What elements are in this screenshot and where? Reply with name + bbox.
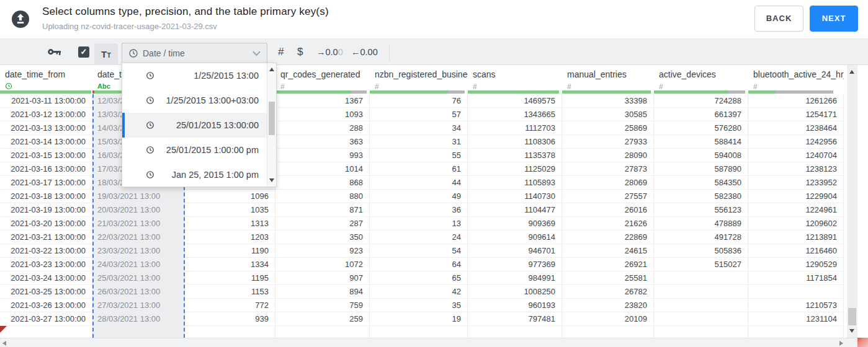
table-cell[interactable]: 939 [185,312,275,326]
table-cell[interactable]: 1229904 [748,190,844,203]
table-cell[interactable]: 1096 [185,190,275,203]
table-cell[interactable]: 1125029 [468,162,562,176]
table-cell[interactable]: 24 [370,231,468,244]
table-cell[interactable]: 993 [275,149,370,162]
table-cell[interactable] [654,285,748,299]
scroll-right-icon[interactable] [839,341,843,346]
table-cell-partial[interactable] [185,326,275,338]
table-cell[interactable]: 22/03/2021 13:00 [94,231,184,244]
table-cell[interactable]: 26016 [562,203,654,217]
table-cell[interactable]: 2021-03-22 13:00:00 [0,244,92,258]
table-cell[interactable]: 2021-03-23 13:00:00 [0,258,92,271]
table-cell[interactable]: 2021-03-18 13:00:00 [0,190,92,203]
table-cell[interactable]: 44 [370,176,468,190]
increase-precision-button[interactable]: →0.00 [316,47,343,57]
table-cell[interactable]: 1140730 [468,190,562,203]
table-cell[interactable]: 35 [370,299,468,312]
date-format-option[interactable]: Jan 25, 2015 1:00 pm [122,162,267,187]
table-cell[interactable]: 55 [370,149,468,162]
table-cell-partial[interactable] [562,326,654,338]
table-cell[interactable]: 1216460 [748,244,844,258]
table-cell[interactable]: 1313 [185,217,275,231]
table-cell[interactable]: 576280 [654,121,748,135]
table-cell-partial[interactable] [275,326,370,338]
table-cell[interactable]: 21/03/2021 13:00 [94,217,184,231]
table-cell[interactable]: 23/03/2021 13:00 [94,244,184,258]
table-cell[interactable]: 20109 [562,312,654,326]
table-cell[interactable]: 2021-03-17 13:00:00 [0,176,92,190]
dropdown-scrollbar[interactable] [267,63,276,187]
table-cell[interactable]: 1014 [275,162,370,176]
column-header[interactable]: qr_codes_generated# [275,65,370,94]
table-cell[interactable]: 1135378 [468,149,562,162]
table-cell[interactable]: 2021-03-20 13:00:00 [0,217,92,231]
column-type-dropdown[interactable]: Date / time [122,43,267,64]
vertical-scrollbar-thumb[interactable] [848,308,856,325]
table-cell[interactable]: 1367 [275,94,370,108]
table-cell[interactable]: 27/03/2021 13:00 [94,299,184,312]
table-cell[interactable]: 2021-03-12 13:00:00 [0,108,92,121]
table-cell[interactable]: 64 [370,258,468,271]
table-cell[interactable]: 478889 [654,217,748,231]
table-cell-partial[interactable] [94,326,184,338]
table-cell[interactable]: 65 [370,271,468,285]
table-cell[interactable]: 23820 [562,299,654,312]
table-cell-partial[interactable] [0,326,92,338]
table-cell[interactable]: 2021-03-19 13:00:00 [0,203,92,217]
table-cell[interactable]: 515027 [654,258,748,271]
table-cell[interactable]: 27933 [562,135,654,149]
table-cell[interactable]: 28090 [562,149,654,162]
table-cell[interactable]: 26782 [562,285,654,299]
table-cell[interactable]: 1233952 [748,176,844,190]
table-cell[interactable]: 880 [275,190,370,203]
table-cell[interactable]: 797481 [468,312,562,326]
table-cell[interactable]: 1343665 [468,108,562,121]
table-cell[interactable]: 22869 [562,231,654,244]
table-cell[interactable]: 907 [275,271,370,285]
table-cell[interactable]: 946701 [468,244,562,258]
table-cell[interactable]: 1261266 [748,94,844,108]
column-header[interactable]: date_time_from [0,65,92,94]
table-cell[interactable]: 588414 [654,135,748,149]
scroll-down-icon[interactable] [849,329,854,333]
table-cell[interactable]: 2021-03-26 13:00:00 [0,299,92,312]
table-cell[interactable] [748,285,844,299]
table-cell[interactable]: 984991 [468,271,562,285]
column-header[interactable]: active_devices# [654,65,748,94]
table-cell[interactable]: 288 [275,121,370,135]
table-cell[interactable]: 24615 [562,244,654,258]
dropdown-scrollbar-thumb[interactable] [269,102,275,135]
table-cell[interactable]: 19 [370,312,468,326]
table-cell[interactable]: 1093 [275,108,370,121]
table-cell[interactable]: 25581 [562,271,654,285]
table-cell[interactable]: 28069 [562,176,654,190]
table-cell[interactable]: 1008250 [468,285,562,299]
table-cell[interactable]: 27873 [562,162,654,176]
table-cell[interactable]: 28/03/2021 13:00 [94,312,184,326]
column-checkbox[interactable]: ✓ [78,46,89,58]
table-cell[interactable]: 2021-03-16 13:00:00 [0,162,92,176]
table-cell[interactable]: 491728 [654,231,748,244]
table-cell[interactable]: 36 [370,203,468,217]
table-cell[interactable]: 1334 [185,258,275,271]
table-cell[interactable]: 1224961 [748,203,844,217]
dropdown-scroll-up-icon[interactable] [269,68,274,71]
table-cell[interactable]: 27557 [562,190,654,203]
table-cell[interactable]: 505836 [654,244,748,258]
table-cell[interactable]: 49 [370,190,468,203]
table-cell[interactable]: 1238464 [748,121,844,135]
decrease-precision-button[interactable]: ←0.00 [351,47,378,57]
currency-type-icon[interactable]: $ [297,46,303,58]
table-cell[interactable]: 2021-03-27 13:00:00 [0,312,92,326]
table-cell-partial[interactable] [370,326,468,338]
back-button[interactable]: BACK [754,6,803,32]
table-cell[interactable]: 1035 [185,203,275,217]
table-cell[interactable]: 1104477 [468,203,562,217]
table-cell[interactable]: 724288 [654,94,748,108]
table-cell[interactable]: 287 [275,217,370,231]
table-cell[interactable]: 1195 [185,271,275,285]
table-cell[interactable]: 13 [370,217,468,231]
table-cell[interactable]: 1072 [275,258,370,271]
table-cell-partial[interactable] [654,326,748,338]
table-cell[interactable]: 584350 [654,176,748,190]
